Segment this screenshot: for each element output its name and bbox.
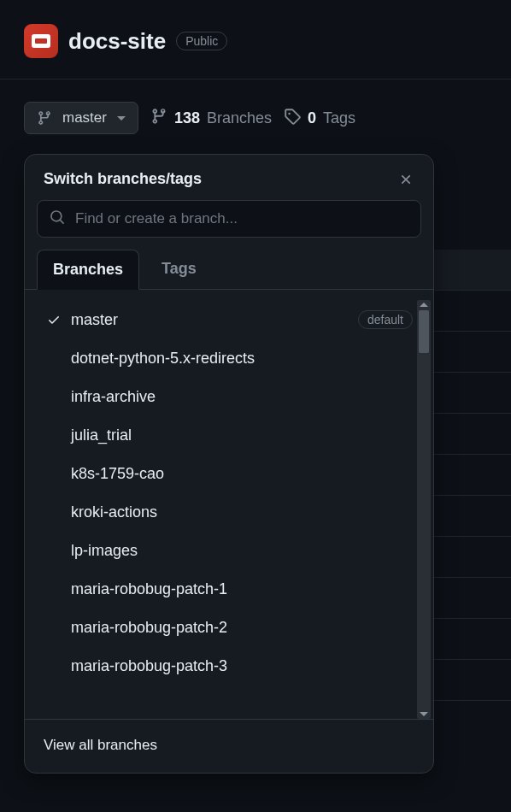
table-row: r [434, 578, 511, 619]
branch-toolbar: master 138 Branches 0 Tags [0, 79, 511, 134]
branches-label: Branches [207, 109, 272, 127]
branch-item[interactable]: maria-robobug-patch-2 [37, 609, 421, 647]
branch-name: infra-archive [71, 388, 156, 406]
scroll-down-icon [420, 712, 428, 716]
table-row: D [434, 660, 511, 701]
table-row: D [434, 414, 511, 455]
close-icon [398, 172, 414, 187]
table-row: a [434, 250, 511, 291]
tab-branches[interactable]: Branches [37, 250, 139, 290]
branch-name: kroki-actions [71, 503, 157, 521]
branch-item[interactable]: infra-archive [37, 378, 421, 416]
table-row: a [434, 332, 511, 373]
dropdown-footer: View all branches [25, 719, 433, 773]
branch-dropdown: Switch branches/tags Branches Tags maste… [24, 154, 434, 774]
chevron-down-icon [117, 116, 126, 121]
dropdown-header: Switch branches/tags [25, 155, 433, 200]
tag-icon [284, 108, 301, 129]
current-branch-label: master [62, 109, 107, 127]
scrollbar[interactable] [417, 300, 431, 719]
branch-search-input[interactable] [75, 210, 408, 227]
tags-count: 0 [308, 109, 316, 127]
search-icon [50, 209, 65, 228]
branch-name: maria-robobug-patch-1 [71, 580, 227, 598]
git-branch-icon [37, 110, 52, 126]
view-all-branches-link[interactable]: View all branches [44, 737, 414, 754]
branch-item[interactable]: dotnet-python-5.x-redirects [37, 339, 421, 378]
branch-name: julia_trial [71, 427, 132, 444]
branch-selector-button[interactable]: master [24, 102, 138, 134]
table-row: G [434, 455, 511, 496]
table-row: R [434, 373, 511, 414]
close-button[interactable] [397, 171, 414, 188]
branch-item[interactable]: lp-images [37, 532, 421, 570]
git-branch-icon [150, 108, 167, 129]
scroll-up-icon [420, 303, 428, 307]
table-row: A [434, 537, 511, 578]
repo-header: docs-site Public [0, 0, 511, 79]
branch-item[interactable]: masterdefault [37, 300, 421, 339]
branch-list: masterdefaultdotnet-python-5.x-redirects… [25, 300, 433, 719]
dropdown-tabs: Branches Tags [25, 250, 433, 290]
branch-name: master [71, 311, 118, 329]
branch-name: dotnet-python-5.x-redirects [71, 350, 255, 368]
branch-item[interactable]: maria-robobug-patch-3 [37, 647, 421, 685]
branch-item[interactable]: k8s-1759-cao [37, 455, 421, 493]
branch-name: maria-robobug-patch-2 [71, 619, 227, 637]
branch-item[interactable]: julia_trial [37, 416, 421, 455]
scrollbar-thumb[interactable] [419, 310, 429, 353]
branches-link[interactable]: 138 Branches [150, 108, 272, 129]
background-table: aJaRDGraArRD [434, 250, 511, 701]
check-icon [45, 313, 62, 327]
visibility-badge: Public [176, 32, 227, 50]
branch-item[interactable]: maria-robobug-patch-1 [37, 570, 421, 609]
repo-name[interactable]: docs-site [68, 28, 166, 55]
repo-logo [24, 24, 58, 58]
tags-link[interactable]: 0 Tags [284, 108, 355, 129]
table-row: ra [434, 496, 511, 537]
tags-label: Tags [323, 109, 355, 127]
branch-item[interactable]: kroki-actions [37, 493, 421, 532]
branch-name: lp-images [71, 542, 138, 560]
tab-tags[interactable]: Tags [146, 250, 212, 289]
table-row: J [434, 291, 511, 332]
dropdown-title: Switch branches/tags [44, 170, 202, 188]
default-badge: default [358, 310, 413, 329]
branch-search-box [37, 200, 421, 238]
branch-name: k8s-1759-cao [71, 465, 164, 483]
table-row: R [434, 619, 511, 660]
branch-name: maria-robobug-patch-3 [71, 657, 227, 675]
branches-count: 138 [174, 109, 200, 127]
